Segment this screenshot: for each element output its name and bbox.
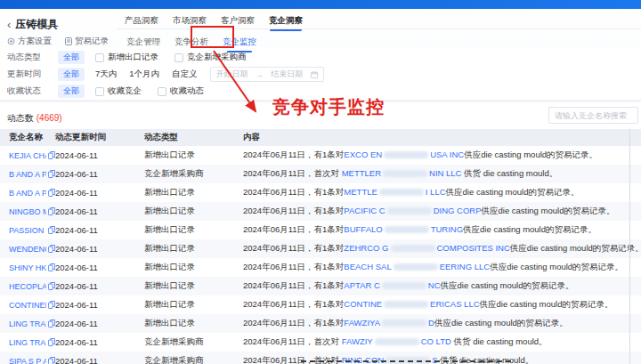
content-company-2[interactable]: NC	[428, 280, 441, 290]
table-row: NINGBO M... 2024-06-11 新增出口记录 2024年06月11…	[0, 202, 641, 221]
date-range-picker[interactable]: 开始日期 → 结束日期	[210, 67, 324, 82]
end-date-placeholder: 结束日期	[271, 69, 303, 80]
company-link[interactable]: HECOPLAS...	[9, 282, 46, 291]
content-company-1[interactable]: FAWZIYA	[344, 318, 380, 328]
content-company-1[interactable]: CONTINE	[344, 299, 382, 309]
row-content: 2024年06月11日，首次对 METTLERNIN LLC 供货 die ca…	[243, 168, 641, 180]
company-link[interactable]: CONTINEN...	[9, 301, 46, 310]
company-link[interactable]: LING TRADI...	[9, 338, 46, 347]
trade-records-link[interactable]: 贸易记录	[65, 36, 109, 47]
copy-icon[interactable]	[48, 170, 55, 178]
content-company-1[interactable]: ZEHRCO G	[344, 243, 388, 253]
row-date: 2024-06-11	[55, 337, 144, 347]
content-company-2[interactable]: ERICAS LLC	[430, 299, 479, 309]
option-custom[interactable]: 自定义	[172, 69, 198, 80]
content-company-1[interactable]: FAWZIY	[342, 336, 373, 346]
company-link[interactable]: SIPA S P A S...	[9, 357, 46, 364]
content-suffix: 供应die casting mould的贸易记录。	[490, 262, 623, 271]
content-company-2[interactable]: DING CORP	[434, 206, 482, 215]
table-row: B AND A P... 2024-06-11 竞企新增采购商 2024年06月…	[0, 165, 641, 183]
content-company-2[interactable]: EERING LLC	[440, 262, 491, 271]
company-link[interactable]: SHINY HK I...	[9, 263, 46, 272]
option-1-month[interactable]: 1个月内	[129, 69, 159, 80]
content-prefix: 2024年06月11日，有1条对	[243, 206, 344, 215]
content-company-1[interactable]: METTLE	[344, 187, 377, 197]
all-pill-type[interactable]: 全部	[58, 51, 85, 64]
plan-settings-link[interactable]: 方案设置	[7, 36, 52, 47]
filter-panel: 动态类型 全部 新增出口记录 竞企新增采购商 更新时间 全部 7天内 1个月内 …	[0, 47, 641, 100]
row-date: 2024-06-11	[55, 263, 144, 272]
copy-icon[interactable]	[48, 320, 55, 328]
content-prefix: 2024年06月11日，首次对	[243, 336, 342, 346]
row-date: 2024-06-11	[55, 300, 144, 310]
content-company-2[interactable]: NIN LLC	[429, 168, 461, 178]
copy-icon[interactable]	[48, 151, 55, 159]
company-link[interactable]: WENDENG ...	[9, 245, 46, 254]
option-7-days[interactable]: 7天内	[95, 69, 117, 80]
copy-icon[interactable]	[48, 189, 55, 197]
calendar-icon	[311, 71, 318, 78]
copy-icon[interactable]	[48, 226, 55, 234]
redacted-blur	[382, 320, 426, 327]
checkbox-favorite-competitor[interactable]: 收藏竞企	[95, 85, 142, 97]
subtab-competitor-management[interactable]: 竞企管理	[126, 36, 160, 51]
search-input[interactable]	[548, 107, 638, 124]
filter-row-dynamic-type: 动态类型 全部 新增出口记录 竞企新增采购商	[0, 49, 641, 66]
company-link[interactable]: LING TRADI..	[9, 320, 46, 328]
dynamics-table: 竞企名称 动态更新时间 动态类型 内容 KEJIA CHA... 2024-06…	[0, 129, 641, 364]
back-icon[interactable]: ‹	[7, 19, 11, 30]
content-company-1[interactable]: METTLER	[342, 168, 381, 178]
page-title: 压铸模具	[15, 17, 58, 32]
checkbox-new-buyer[interactable]: 竞企新增采购商	[174, 52, 247, 63]
redacted-blur	[394, 263, 438, 271]
content-suffix: 供应die casting mould的贸易记录。	[446, 187, 580, 197]
company-link[interactable]: NINGBO M...	[9, 207, 46, 216]
company-link[interactable]: KEJIA CHA...	[9, 151, 46, 160]
row-date: 2024-06-11	[55, 244, 144, 254]
copy-icon[interactable]	[48, 357, 55, 364]
content-company-1[interactable]: BUFFALO	[344, 224, 382, 234]
content-company-1[interactable]: APTAR C	[344, 280, 379, 290]
content-company-1[interactable]: EXCO EN	[344, 150, 382, 159]
row-date: 2024-06-11	[55, 281, 144, 291]
all-pill-favorite[interactable]: 全部	[58, 85, 85, 98]
col-content: 内容	[243, 132, 641, 143]
sub-tabs: 竞企管理 竞争分析 竞企监控	[126, 36, 256, 51]
copy-icon[interactable]	[48, 207, 55, 215]
content-company-2[interactable]: USA INC	[430, 150, 464, 159]
content-company-2[interactable]: CO LTD	[421, 336, 451, 346]
content-company-1[interactable]: PACIFIC C	[344, 206, 385, 215]
checkbox-favorite-dynamic[interactable]: 收藏动态	[158, 85, 204, 97]
redacted-blur	[375, 338, 419, 345]
content-suffix: 供应die casting mould的贸易记录。	[481, 206, 614, 215]
content-suffix: 供货 die casting mould。	[461, 168, 557, 178]
redacted-blur	[391, 245, 435, 252]
copy-icon[interactable]	[48, 338, 55, 346]
checkbox-new-export-record[interactable]: 新增出口记录	[95, 52, 158, 63]
content-company-2[interactable]: COMPOSITES INC	[437, 243, 510, 253]
content-prefix: 2024年06月11日，有1条对	[243, 243, 344, 253]
content-company-2[interactable]: TURING	[431, 224, 463, 234]
content-company-1[interactable]: BEACH SAL	[344, 262, 391, 271]
row-type: 竞企新增采购商	[144, 336, 243, 348]
row-type: 新增出口记录	[144, 299, 243, 311]
company-link[interactable]: B AND A P...	[9, 170, 46, 179]
content-company-1[interactable]: RING CON	[342, 355, 385, 364]
subtab-competition-analysis[interactable]: 竞争分析	[174, 36, 208, 51]
all-pill-time[interactable]: 全部	[58, 68, 85, 81]
content-company-2[interactable]: I LLC	[426, 187, 446, 197]
copy-icon[interactable]	[48, 263, 55, 271]
row-date: 2024-06-11	[55, 225, 144, 235]
content-prefix: 2024年06月11日，有1条对	[243, 262, 344, 271]
redacted-blur	[383, 170, 427, 177]
company-link[interactable]: PASSION M...	[9, 226, 46, 235]
copy-icon[interactable]	[48, 301, 55, 309]
subtab-competitor-monitoring[interactable]: 竞企监控	[223, 36, 256, 51]
company-link[interactable]: B AND A P...	[9, 189, 46, 198]
table-row: CONTINEN... 2024-06-11 新增出口记录 2024年06月11…	[0, 295, 641, 314]
content-company-2[interactable]: D	[428, 318, 434, 328]
copy-icon[interactable]	[48, 282, 55, 290]
table-row: WENDENG ... 2024-06-11 新增出口记录 2024年06月11…	[0, 239, 641, 258]
copy-icon[interactable]	[48, 245, 55, 253]
content-prefix: 2024年06月11日，有1条对	[243, 187, 344, 197]
